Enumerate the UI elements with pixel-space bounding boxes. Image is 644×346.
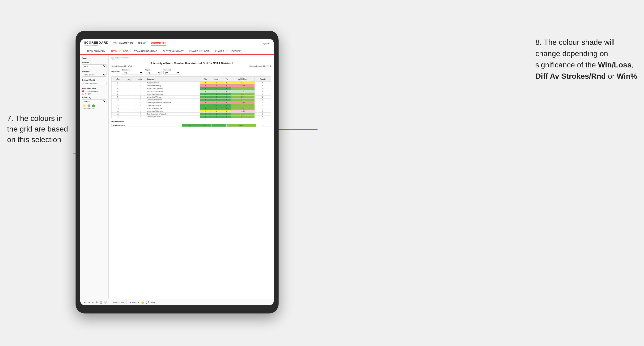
cell-tie: 0 bbox=[222, 84, 231, 87]
share-button[interactable]: Share bbox=[150, 301, 155, 303]
cell-rank: 12 bbox=[112, 104, 124, 107]
table-row: 6 2 Florida State University 4 2 0 1.83 … bbox=[112, 90, 271, 93]
cell-tie: 0 bbox=[222, 104, 231, 107]
cell-conf: 1 bbox=[134, 110, 146, 113]
cell-win: 1 bbox=[200, 104, 210, 107]
nav-teams[interactable]: TEAMS bbox=[138, 41, 146, 46]
cell-reg bbox=[124, 107, 134, 110]
cell-loss: 1 bbox=[210, 116, 222, 118]
paste-icon[interactable]: 📋 bbox=[100, 301, 102, 304]
cell-conf: 1 bbox=[134, 107, 146, 110]
col-tie: Tie bbox=[222, 77, 231, 82]
radio-dot-top100 bbox=[82, 93, 84, 95]
tablet-frame: SCOREBOARD Powered by clippd TOURNAMENTS… bbox=[76, 31, 278, 314]
radio-top100[interactable]: Top 100 bbox=[82, 93, 106, 95]
undo-icon[interactable]: ↩ bbox=[84, 301, 86, 304]
gender-select[interactable]: Men's bbox=[82, 64, 106, 68]
clock-icon[interactable]: 🕐 bbox=[104, 301, 107, 304]
table-row: 4 - 1 Arizona State University 5 1 0 2.2… bbox=[112, 87, 271, 90]
comment-icon[interactable]: 💬 bbox=[146, 301, 149, 304]
back-icon[interactable]: ← bbox=[92, 301, 94, 304]
table-row: 8 2 University of Washington 1 0 0 3.67 … bbox=[112, 93, 271, 96]
annotation-right: 8. The colour shade will change dependin… bbox=[536, 36, 639, 82]
table-row: 10 5 University of Alabama 3 0 0 2.61 8 bbox=[112, 99, 271, 101]
cell-tie: 0 bbox=[222, 93, 231, 96]
cell-conf: 2 bbox=[134, 93, 146, 96]
radio-opponents-played[interactable]: Opponents Played bbox=[82, 90, 106, 92]
cell-rounds: 3 bbox=[254, 104, 271, 107]
tab-team-h2h-heatmap[interactable]: TEAM H2H HEATMAP bbox=[132, 48, 160, 54]
h2h-grid-table: #Rank #Reg #Conf Opponent Win Loss Tie D… bbox=[112, 76, 271, 118]
cell-conf: 2 bbox=[134, 116, 146, 118]
watch-button[interactable]: 👁 Watch ▼ bbox=[130, 301, 139, 303]
table-row: 16 2 University of Florida 3 1 0 6.62 9 bbox=[112, 116, 271, 118]
conference-select[interactable]: (All) bbox=[122, 71, 143, 74]
cell-loss: 2 bbox=[210, 90, 222, 93]
cell-opponent: Georgia Institute of Technology bbox=[146, 113, 200, 116]
cell-opponent: University of Alabama bbox=[146, 99, 200, 101]
cell-win: 3 bbox=[200, 99, 210, 101]
cell-rounds: 8 bbox=[254, 99, 271, 101]
cell-diff: 6.62 bbox=[231, 116, 255, 118]
cell-rounds: 9 bbox=[254, 107, 271, 110]
last-updated: Last Updated: 27/03/2024 16:55:38 bbox=[112, 57, 271, 60]
conference-label: Conference bbox=[122, 69, 143, 71]
content-area: Last Updated: 27/03/2024 16:55:38 Univer… bbox=[108, 55, 274, 299]
tab-player-h2h-heatmap[interactable]: PLAYER H2H HEATMAP bbox=[212, 48, 244, 54]
sign-out-link[interactable]: Sign out bbox=[260, 42, 270, 44]
legend-down-circle bbox=[82, 104, 86, 107]
tab-player-h2h-grid[interactable]: PLAYER H2H GRID bbox=[186, 48, 212, 54]
cell-conf: 2 bbox=[134, 90, 146, 93]
filter-opponent: Opponent (All) bbox=[163, 69, 180, 74]
cell-win: 5 bbox=[200, 113, 210, 116]
colour-by-select[interactable]: Win/loss Diff Av Strokes/Rnd Win% bbox=[82, 99, 106, 103]
cell-tie: 0 bbox=[222, 87, 231, 90]
nav-tournaments[interactable]: TOURNAMENTS bbox=[113, 41, 133, 46]
cell-reg bbox=[124, 93, 134, 96]
cell-opponent: Vanderbilt University bbox=[146, 84, 200, 87]
division-select[interactable]: NCAA Division I bbox=[82, 73, 106, 77]
tab-player-summary[interactable]: PLAYER SUMMARY bbox=[160, 48, 187, 54]
toolbar-separator bbox=[110, 301, 110, 304]
cell-opponent: University of Arizona bbox=[146, 96, 200, 99]
thumbs-icon[interactable]: 👍 bbox=[141, 301, 144, 304]
cell-diff: 3.67 bbox=[231, 93, 255, 96]
cell-win: 0 bbox=[200, 101, 210, 104]
cell-opponent: University of Florida bbox=[146, 116, 200, 118]
cell-diff: 2.33 bbox=[231, 104, 255, 107]
table-row: 13 1 Texas Tech University 3 0 0 5.56 9 bbox=[112, 107, 271, 110]
overall-record: Overall Record: 89 - 17 - 0 bbox=[112, 65, 132, 67]
copy-icon[interactable]: ⧉ bbox=[96, 301, 98, 304]
region-select[interactable]: (All) bbox=[145, 71, 162, 74]
table-row: 9 3 University of Arizona 1 0 0 9.00 2 bbox=[112, 96, 271, 99]
redo-icon[interactable]: ↪ bbox=[88, 301, 90, 304]
cell-diff: 26.00 bbox=[226, 124, 256, 127]
legend-level-circle bbox=[88, 104, 90, 107]
opponent-select[interactable]: (All) bbox=[163, 71, 180, 74]
cell-opponent: University of Oklahoma bbox=[146, 110, 200, 113]
cell-tie: 0 bbox=[222, 82, 231, 84]
cell-diff: -1.00 bbox=[231, 110, 255, 113]
cell-loss: 1 bbox=[210, 110, 222, 113]
cell-diff: 1.83 bbox=[231, 90, 255, 93]
cell-win: 5 bbox=[200, 87, 210, 90]
tab-team-h2h-grid[interactable]: TEAM H2H GRID bbox=[108, 48, 132, 55]
view-original[interactable]: View: Original bbox=[113, 301, 124, 303]
cell-reg bbox=[124, 110, 134, 113]
sidebar-school-value: 1. University of Nort... bbox=[82, 82, 106, 85]
cell-loss: 0 bbox=[197, 124, 212, 127]
cell-rounds: 9 bbox=[254, 116, 271, 118]
sidebar-gender-label: Gender bbox=[82, 61, 106, 64]
cell-rounds: 3 bbox=[256, 124, 271, 127]
cell-rank: 10 bbox=[112, 99, 124, 101]
nav-committee[interactable]: COMMITTEE bbox=[151, 41, 167, 46]
filter-conference: Conference (All) bbox=[122, 69, 143, 74]
cell-tie: 0 bbox=[222, 116, 231, 118]
sidebar-school-section: School (Rank) 1. University of Nort... bbox=[82, 79, 106, 85]
region-label: Region bbox=[145, 69, 162, 71]
cell-reg: - bbox=[124, 87, 134, 90]
tab-team-summary[interactable]: TEAM SUMMARY bbox=[84, 48, 108, 54]
cell-rank: 13 bbox=[112, 107, 124, 110]
cell-reg bbox=[124, 99, 134, 101]
sidebar-division-section: Division NCAA Division I bbox=[82, 70, 106, 77]
